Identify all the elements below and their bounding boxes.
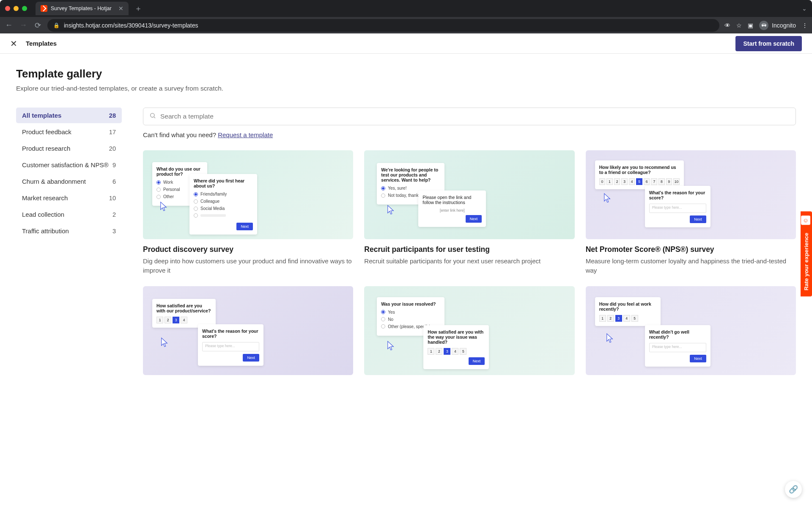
search-input[interactable] [160,113,790,120]
card-title: Net Promoter Score® (NPS®) survey [586,245,796,254]
cursor-icon [161,337,168,348]
card-preview: How satisfied are you with our product/s… [143,286,353,375]
back-icon[interactable]: ← [4,21,14,30]
sidebar-item-label: Traffic attribution [22,227,69,235]
svg-point-0 [151,113,154,117]
maximize-window-icon[interactable] [22,6,27,11]
tab-favicon-icon [41,5,47,12]
cursor-icon [387,204,395,215]
card-title: Product discovery survey [143,245,353,254]
search-input-wrap[interactable] [143,108,796,125]
bookmark-icon[interactable]: ☆ [736,22,742,29]
page-title: Templates [26,40,57,47]
browser-tab[interactable]: Survey Templates - Hotjar ✕ [36,2,129,15]
card-preview: How likely are you to recommend us to a … [586,150,796,239]
incognito-icon: 🕶 [759,21,768,30]
search-icon [149,112,156,121]
close-window-icon[interactable] [5,6,10,11]
template-card-recruit-participants[interactable]: We're looking for people to test our pro… [364,150,574,275]
cursor-icon [604,193,611,204]
forward-icon: → [19,21,28,30]
sidebar-item-label: Customer satisfaction & NPS® [22,161,108,168]
sidebar-item-count: 28 [109,112,116,119]
svg-line-1 [154,117,155,118]
extensions-icon[interactable]: ▣ [748,22,753,29]
eye-off-icon[interactable]: 👁︎ [724,22,730,29]
incognito-badge[interactable]: 🕶 Incognito [759,21,796,30]
feedback-icon: ☺ [801,216,810,225]
sidebar-item-all-templates[interactable]: All templates 28 [16,108,122,123]
request-template-link[interactable]: Request a template [218,131,273,138]
sidebar-item-traffic-attribution[interactable]: Traffic attribution 3 [16,223,122,239]
minimize-window-icon[interactable] [14,6,19,11]
sidebar-item-label: Product feedback [22,128,71,135]
app-header: ✕ Templates Start from scratch [0,33,812,54]
browser-tab-strip: Survey Templates - Hotjar ✕ ＋ ⌄ [0,0,812,17]
sidebar-item-label: All templates [22,112,61,119]
incognito-label: Incognito [772,22,796,29]
template-card-csat[interactable]: How satisfied are you with our product/s… [143,286,353,375]
request-template-prompt: Can't find what you need? Request a temp… [143,131,796,138]
lock-icon: 🔒 [53,22,60,28]
window-controls [5,6,27,11]
card-description: Recruit suitable participants for your n… [364,257,574,266]
sidebar-item-product-research[interactable]: Product research 20 [16,141,122,156]
sidebar-item-label: Market research [22,194,68,202]
browser-toolbar: ← → ⟳ 🔒 insights.hotjar.com/sites/309041… [0,17,812,33]
sidebar-item-label: Product research [22,145,70,152]
card-description: Measure long-term customer loyalty and h… [586,257,796,275]
card-title: Recruit participants for user testing [364,245,574,254]
template-card-issue-resolved[interactable]: Was your issue resolved? Yes No Other (p… [364,286,574,375]
tab-overflow-icon[interactable]: ⌄ [802,5,807,12]
sidebar-item-count: 2 [112,211,116,218]
address-bar[interactable]: 🔒 insights.hotjar.com/sites/3090413/surv… [47,19,719,32]
card-preview: We're looking for people to test our pro… [364,150,574,239]
card-preview: Was your issue resolved? Yes No Other (p… [364,286,574,375]
close-icon[interactable]: ✕ [10,39,17,49]
tab-title: Survey Templates - Hotjar [51,6,112,11]
template-card-product-discovery[interactable]: What do you use our product for? Work Pe… [143,150,353,275]
tab-close-icon[interactable]: ✕ [118,5,123,12]
sidebar-item-count: 20 [109,145,116,152]
sidebar-item-count: 17 [109,129,116,135]
template-card-nps[interactable]: How likely are you to recommend us to a … [586,150,796,275]
cursor-icon [387,340,395,351]
sidebar-item-count: 9 [112,162,116,168]
card-preview: How did you feel at work recently? 1 2 3… [586,286,796,375]
template-card-work-feel[interactable]: How did you feel at work recently? 1 2 3… [586,286,796,375]
sidebar-item-market-research[interactable]: Market research 10 [16,190,122,206]
sidebar-item-label: Churn & abandonment [22,178,86,185]
cursor-icon [606,333,614,344]
sidebar-item-csat-nps[interactable]: Customer satisfaction & NPS® 9 [16,157,122,173]
feedback-tab[interactable]: Rate your experience ☺ [801,212,812,297]
sidebar-item-churn[interactable]: Churn & abandonment 6 [16,174,122,189]
start-from-scratch-button[interactable]: Start from scratch [735,36,802,51]
card-preview: What do you use our product for? Work Pe… [143,150,353,239]
reload-icon[interactable]: ⟳ [33,21,42,30]
sidebar-item-label: Lead collection [22,211,64,218]
sidebar-item-count: 6 [112,178,116,185]
sidebar-item-lead-collection[interactable]: Lead collection 2 [16,207,122,222]
card-description: Dig deep into how customers use your pro… [143,257,353,275]
sidebar-item-count: 3 [112,228,116,235]
new-tab-icon[interactable]: ＋ [134,3,142,14]
category-sidebar: All templates 28 Product feedback 17 Pro… [16,108,122,375]
gallery-heading: Template gallery [16,67,796,80]
sidebar-item-product-feedback[interactable]: Product feedback 17 [16,124,122,140]
sidebar-item-count: 10 [109,195,116,202]
cursor-icon [160,201,167,212]
gallery-subheading: Explore our tried-and-tested templates, … [16,85,796,92]
url-text: insights.hotjar.com/sites/3090413/survey… [64,22,198,29]
feedback-tab-label: Rate your experience [803,233,809,291]
kebab-menu-icon[interactable]: ⋮ [802,22,808,29]
